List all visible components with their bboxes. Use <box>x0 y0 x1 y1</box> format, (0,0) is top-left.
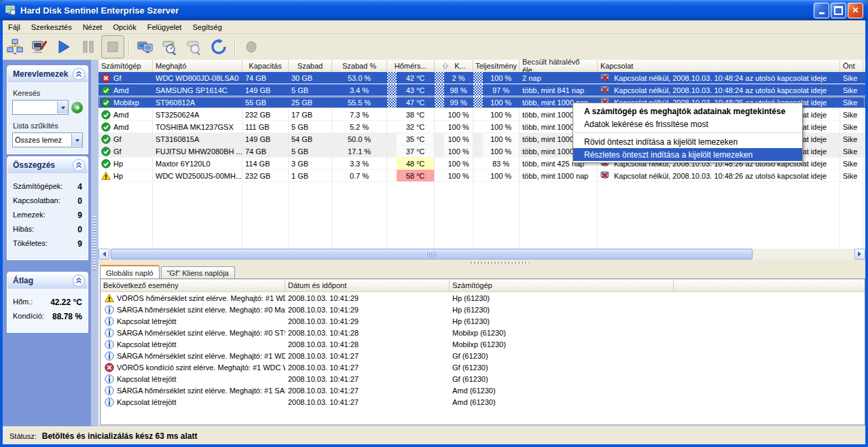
disconnected-computer-icon <box>600 171 611 180</box>
panel-splitter[interactable] <box>98 260 865 266</box>
log-datetime: 2008.10.03. 10:41:27 <box>285 375 450 383</box>
column-header[interactable]: Meghajtó <box>153 60 242 72</box>
log-event: Kapcsolat létrejött <box>117 317 176 325</box>
column-header[interactable]: Szabad <box>289 60 332 72</box>
collapse-chevron-icon[interactable] <box>73 68 85 80</box>
log-row[interactable]: Kapcsolat létrejött2008.10.03. 10:41:27G… <box>101 373 865 385</box>
log-datetime: 2008.10.03. 10:41:29 <box>285 317 450 325</box>
view-computer-details-button[interactable] <box>134 35 157 58</box>
column-header[interactable]: K... <box>435 60 473 72</box>
average-panel-header[interactable]: Átlag <box>7 272 88 289</box>
free-space-cell: 5 GB <box>289 84 332 96</box>
disk-row[interactable]: AmdSAMSUNG SP1614C149 GB5 GB3.4 %43 °C98… <box>98 84 865 96</box>
disks-panel-header[interactable]: Merevlemezek <box>7 66 88 82</box>
log-row[interactable]: SÁRGA hőmérséklet szint elérve. Meghajtó… <box>101 327 865 338</box>
free-percent-cell: 5.2 % <box>332 121 387 132</box>
search-combobox[interactable] <box>12 100 69 115</box>
network-computers-button[interactable] <box>3 35 26 58</box>
collapse-chevron-icon[interactable] <box>73 274 85 287</box>
status-indicator-button[interactable] <box>240 35 263 58</box>
column-header[interactable]: Teljesítmény <box>473 60 520 72</box>
column-header[interactable]: Számítógép <box>98 60 153 72</box>
context-menu-item[interactable]: Rövid önteszt indítása a kijelölt lemeze… <box>573 135 802 148</box>
column-header[interactable]: Szabad % <box>332 60 387 72</box>
log-computer: Mobilxp (61230) <box>450 329 674 337</box>
log-row[interactable]: Kapcsolat létrejött2008.10.03. 10:41:27A… <box>101 396 865 408</box>
log-row[interactable]: SÁRGA hőmérséklet szint elérve. Meghajtó… <box>101 385 865 396</box>
log-row[interactable]: SÁRGA hőmérséklet szint elérve. Meghajtó… <box>101 350 865 361</box>
drive-model: WDC WD2500JS-00MH... <box>153 170 242 181</box>
log-row[interactable]: Kapcsolat létrejött2008.10.03. 10:41:28M… <box>101 338 865 350</box>
quick-selftest-button[interactable] <box>158 35 181 58</box>
search-go-button[interactable] <box>71 102 83 113</box>
scroll-left-button[interactable] <box>98 249 109 260</box>
log-row[interactable]: VÖRÖS hőmérséklet szint elérve. Meghajtó… <box>101 292 865 304</box>
summary-panel-header[interactable]: Összegzés <box>7 157 88 173</box>
log-event: Kapcsolat létrejött <box>117 398 176 406</box>
capacity-cell: 232 GB <box>242 170 289 181</box>
menu-opcik[interactable]: Opciók <box>107 22 141 33</box>
log-row[interactable]: Kapcsolat létrejött2008.10.03. 10:41:29H… <box>101 315 865 327</box>
stat-row: Lemezek:9 <box>13 211 82 220</box>
stop-button[interactable] <box>101 35 124 58</box>
menu-fjl[interactable]: Fájl <box>3 22 26 33</box>
column-header[interactable]: Kapacitás <box>242 60 289 72</box>
minimize-button[interactable] <box>814 3 829 18</box>
column-header[interactable]: Hőmérs... <box>387 60 435 72</box>
extended-selftest-button[interactable] <box>183 35 206 58</box>
menu-nzet[interactable]: Nézet <box>77 22 108 33</box>
pause-button[interactable] <box>77 35 100 58</box>
log-row[interactable]: SÁRGA hőmérséklet szint elérve. Meghajtó… <box>101 304 865 315</box>
disk-row[interactable]: HpWDC WD2500JS-00MH...232 GB1 GB0.7 %58 … <box>98 170 865 182</box>
selftest-cell: Sike <box>840 72 863 84</box>
start-button[interactable] <box>52 35 75 58</box>
log-computer: Mobilxp (61230) <box>450 340 674 348</box>
performance-cell: 100 % <box>473 145 520 157</box>
tab-global-log[interactable]: Globális napló <box>100 265 160 279</box>
log-column-header[interactable]: Bekövetkező esemény <box>101 279 285 291</box>
status-label: Státusz: <box>10 432 37 440</box>
selftest-cell: Sike <box>840 170 863 181</box>
context-menu-item[interactable]: A számítógép és meghajtók adatainak megt… <box>573 105 802 118</box>
scrollbar-track[interactable] <box>109 249 854 260</box>
log-row[interactable]: VÖRÖS kondíció szint elérve. Meghajtó: #… <box>101 361 865 373</box>
collapse-chevron-icon[interactable] <box>73 159 85 171</box>
disk-filter-value: Összes lemez <box>13 136 71 144</box>
menu-segtsg[interactable]: Segítség <box>187 22 227 33</box>
chevron-down-icon[interactable] <box>71 134 82 146</box>
menu-felgyelet[interactable]: Felügyelet <box>142 22 187 33</box>
maximize-button[interactable] <box>831 3 846 18</box>
context-menu-item[interactable]: Részletes önteszt indítása a kijelölt le… <box>573 148 802 161</box>
disk-table-header: SzámítógépMeghajtóKapacitásSzabadSzabad … <box>98 60 865 73</box>
tab-client-log[interactable]: "Gf" Kliens naplója <box>161 266 235 279</box>
info-icon <box>105 386 114 395</box>
sidebar-splitter[interactable] <box>91 60 98 427</box>
chevron-down-icon[interactable] <box>57 101 68 113</box>
connection-cell: Kapcsolat nélkül, 2008.10.03. 10:48:24 a… <box>598 72 840 84</box>
menu-szerkeszts[interactable]: Szerkesztés <box>26 22 77 33</box>
horizontal-scrollbar[interactable] <box>98 249 865 260</box>
scrollbar-thumb[interactable] <box>111 249 753 260</box>
disk-filter-combobox[interactable]: Összes lemez <box>12 132 83 147</box>
info-icon <box>105 397 114 407</box>
scroll-right-button[interactable] <box>854 249 865 260</box>
temperature-cell: 35 °C <box>387 133 435 145</box>
column-header[interactable]: Becsült hátralévő éle... <box>520 60 598 72</box>
stat-row: Hőm.:42.22 °C <box>13 298 82 307</box>
free-percent-cell: 3.4 % <box>332 84 387 96</box>
stat-value: 0 <box>77 196 82 206</box>
computer-name: Hp <box>113 160 123 168</box>
title-bar[interactable]: Hard Disk Sentinel Enterprise Szerver ✕ <box>0 0 868 20</box>
info-icon <box>105 328 114 338</box>
close-button[interactable]: ✕ <box>848 3 863 18</box>
log-column-header[interactable]: Számítógép <box>450 279 674 291</box>
capacity-cell: 232 GB <box>242 109 289 120</box>
log-column-header[interactable]: Dátum és időpont <box>285 279 450 291</box>
disk-row[interactable]: GfWDC WD800JD-08LSA074 GB30 GB53.0 %42 °… <box>98 72 865 84</box>
edit-computer-button[interactable] <box>28 35 51 58</box>
selftest-cell: Sike <box>840 145 863 157</box>
column-header[interactable]: Önt <box>840 60 863 72</box>
context-menu-item[interactable]: Adatok lekérése és frissítése most <box>573 118 802 130</box>
refresh-button[interactable] <box>207 35 230 58</box>
column-header[interactable]: Kapcsolat <box>598 60 840 72</box>
